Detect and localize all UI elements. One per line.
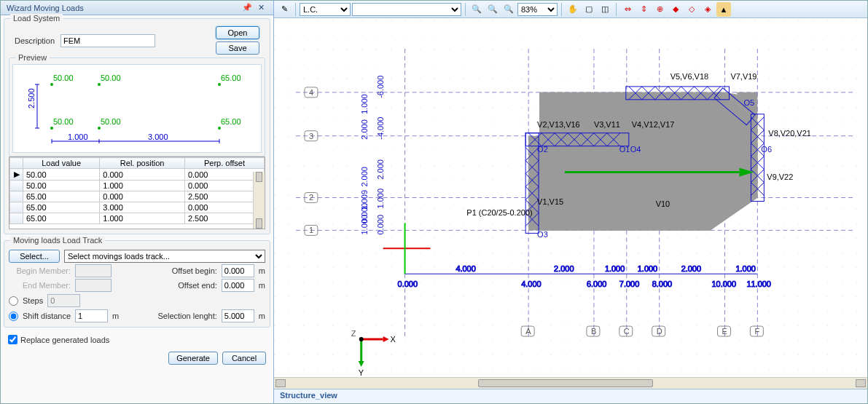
svg-text:1.000: 1.000: [68, 132, 88, 141]
loads-table[interactable]: Load valueRel. positionPerp. offset ▶50.…: [9, 157, 265, 229]
replace-checkbox[interactable]: [8, 335, 17, 344]
svg-text:2.000: 2.000: [554, 264, 574, 273]
lc-name-select[interactable]: [352, 3, 461, 16]
canvas-hscroll[interactable]: [274, 377, 867, 389]
svg-text:V4,V12,V17: V4,V12,V17: [632, 120, 675, 129]
load-track-group: Moving loads Load Track Select... Select…: [4, 240, 270, 328]
svg-text:V3,V11: V3,V11: [594, 120, 620, 129]
replace-label: Replace generated loads: [20, 336, 109, 344]
svg-text:10.000: 10.000: [712, 280, 737, 288]
shift-radio[interactable]: [9, 312, 18, 321]
svg-text:V5,V6,V18: V5,V6,V18: [670, 72, 708, 81]
wizard-panel: Wizard Moving Loads 📌 ✕ Load System Desc…: [1, 1, 274, 403]
svg-text:P1 (C20/25-0.200): P1 (C20/25-0.200): [466, 208, 532, 217]
track-select[interactable]: Select movings loads track...: [64, 250, 265, 263]
svg-text:1.000: 1.000: [376, 189, 385, 208]
offset-begin-input[interactable]: [222, 264, 254, 277]
view-y-icon[interactable]: ⇕: [636, 2, 651, 17]
cancel-button[interactable]: Cancel: [222, 352, 266, 365]
svg-text:3.000: 3.000: [148, 132, 168, 141]
svg-text:1.000: 1.000: [605, 264, 625, 273]
end-member-label: End Member:: [9, 281, 71, 290]
begin-member-label: Begin Member:: [9, 266, 71, 275]
svg-text:V2,V13,V16: V2,V13,V16: [537, 120, 580, 129]
svg-text:7.000: 7.000: [619, 280, 639, 288]
description-input[interactable]: [60, 34, 155, 47]
svg-text:D: D: [657, 327, 662, 336]
svg-text:4.000: 4.000: [521, 280, 541, 288]
open-button[interactable]: Open: [216, 26, 259, 39]
svg-text:Y: Y: [359, 368, 364, 377]
svg-text:V10: V10: [656, 199, 670, 208]
box-icon[interactable]: ▢: [582, 2, 596, 17]
svg-text:0.000: 0.000: [376, 215, 385, 234]
svg-text:2: 2: [309, 193, 313, 202]
table-row: 65.001.0002.500: [10, 213, 265, 224]
box3d-icon[interactable]: ◫: [598, 2, 612, 17]
svg-text:A: A: [525, 327, 531, 336]
svg-point-11: [218, 127, 221, 130]
svg-text:6.000: 6.000: [587, 280, 606, 288]
svg-text:1.000: 1.000: [638, 264, 657, 273]
table-scrollbar[interactable]: [253, 172, 265, 229]
toolbar: ✎ L.C. 🔍 🔍 🔍 83% ✋ ▢ ◫ ⇔ ⇕ ⊕ ◆ ◇ ◈ ▲: [274, 1, 867, 18]
svg-point-9: [50, 127, 53, 130]
view-x-icon[interactable]: ⇔: [620, 2, 635, 17]
svg-text:O1: O1: [619, 145, 630, 154]
description-label: Description: [15, 36, 55, 45]
select-track-button[interactable]: Select...: [9, 250, 60, 263]
svg-text:Z: Z: [351, 329, 356, 338]
begin-member-input: [75, 264, 112, 277]
view-iso3-icon[interactable]: ◈: [700, 2, 715, 17]
save-button[interactable]: Save: [216, 41, 259, 55]
status-tab[interactable]: Structure_view: [274, 389, 867, 403]
svg-text:C: C: [624, 327, 630, 336]
structure-canvas[interactable]: 1 2 3 4 A B C D E F: [274, 18, 867, 377]
svg-text:65.00: 65.00: [221, 117, 241, 126]
svg-text:2.000: 2.000: [681, 264, 701, 273]
svg-text:O5: O5: [743, 98, 754, 107]
zoom-select[interactable]: 83%: [517, 3, 558, 16]
view-iso1-icon[interactable]: ◆: [668, 2, 683, 17]
pin-icon[interactable]: 📌: [239, 3, 255, 12]
svg-text:2.000: 2.000: [360, 167, 369, 186]
steps-radio[interactable]: [9, 296, 18, 306]
preview-label: Preview: [15, 53, 50, 62]
svg-text:50.00: 50.00: [53, 117, 74, 126]
svg-text:0.000: 0.000: [398, 280, 418, 288]
svg-text:E: E: [722, 327, 727, 336]
zoom-in-icon[interactable]: 🔍: [469, 2, 484, 17]
table-row: 65.003.0000.000: [10, 202, 265, 213]
svg-text:65.00: 65.00: [221, 74, 241, 82]
close-icon[interactable]: ✕: [255, 3, 267, 12]
offset-end-label: Offset end:: [178, 281, 217, 290]
shift-input[interactable]: [75, 309, 108, 322]
steps-label: Steps: [23, 296, 43, 305]
panel-title: Wizard Moving Loads: [7, 4, 239, 12]
offset-end-input[interactable]: [222, 279, 254, 292]
shift-label: Shift distance: [23, 312, 71, 320]
svg-text:O3: O3: [537, 230, 548, 239]
svg-text:1.009: 1.009: [360, 190, 369, 210]
lc-select[interactable]: L.C.: [300, 3, 351, 16]
pan-icon[interactable]: ✋: [566, 2, 580, 17]
end-member-input: [75, 279, 112, 292]
view-default-icon[interactable]: ▲: [716, 2, 731, 17]
svg-text:F: F: [754, 327, 759, 336]
selection-length-label: Selection lenght:: [157, 312, 216, 320]
pencil-icon[interactable]: ✎: [277, 2, 292, 17]
view-z-icon[interactable]: ⊕: [652, 2, 667, 17]
svg-text:O6: O6: [761, 145, 772, 154]
selection-length-input[interactable]: [222, 309, 254, 322]
preview-canvas: 50.00 50.00 65.00 50.00 50.00 65.00 2.50…: [12, 64, 262, 153]
svg-text:2.000: 2.000: [376, 159, 385, 179]
generate-button[interactable]: Generate: [168, 352, 218, 365]
svg-text:2.500: 2.500: [27, 88, 36, 108]
table-row: ▶50.000.0000.000: [10, 169, 265, 181]
svg-text:11.000: 11.000: [746, 280, 771, 288]
zoom-window-icon[interactable]: 🔍: [501, 2, 516, 17]
offset-begin-label: Offset begin:: [172, 266, 217, 275]
zoom-extents-icon[interactable]: 🔍: [485, 2, 500, 17]
view-iso2-icon[interactable]: ◇: [684, 2, 699, 17]
svg-text:O4: O4: [630, 145, 641, 154]
